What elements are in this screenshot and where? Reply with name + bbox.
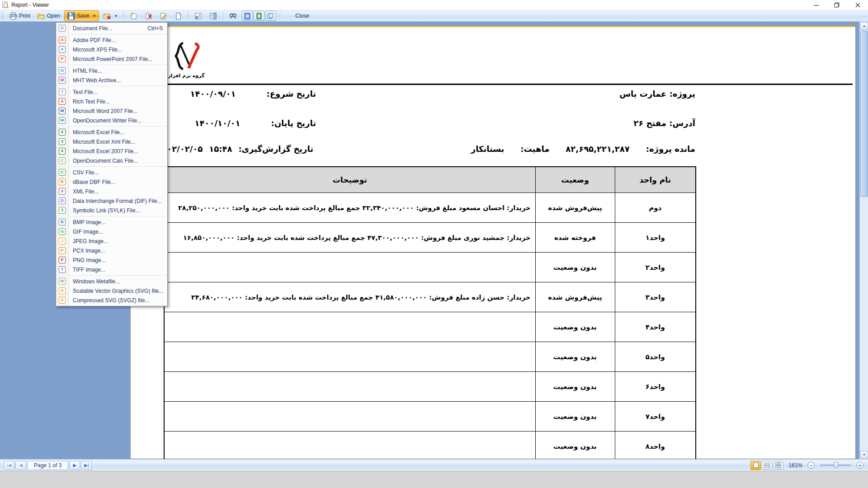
zoom-in-icon[interactable]: + xyxy=(856,462,863,469)
file-type-icon: A xyxy=(59,37,66,43)
menu-item-svgz-file[interactable]: S Compressed SVG (SVGZ) file... xyxy=(56,296,167,305)
menu-item-dbase-dbf-file[interactable]: B dBase DBF File... xyxy=(56,177,167,187)
menu-item-dif-file[interactable]: D Data Interchange Format (DIF) File... xyxy=(56,196,167,206)
multi-page-view-button[interactable] xyxy=(773,461,783,470)
prev-page-icon[interactable]: ◀ xyxy=(15,461,26,470)
file-type-icon: P xyxy=(59,257,66,263)
menu-item-gif-image[interactable]: G GIF Image... xyxy=(56,227,167,236)
file-type-icon: A xyxy=(59,98,66,105)
unit-name-cell: واحد۵ xyxy=(615,342,696,372)
status-cell: بدون وضعیت xyxy=(535,253,615,282)
menu-item-sylk-file[interactable]: S Symbolic Link (SYLK) File... xyxy=(56,206,167,215)
email-dropdown-arrow-icon[interactable]: ▼ xyxy=(113,14,118,18)
status-cell: بدون وضعیت xyxy=(535,312,615,342)
description-cell: خریدار: احسان مسعود مبلغ فروش: ۳۲,۳۴۰,۰۰… xyxy=(164,193,535,223)
table-row: واحد۳ پیش‌فروش شده خریدار: حسن زاده مبلغ… xyxy=(164,282,696,312)
file-type-icon: W xyxy=(59,117,66,124)
header-row-3: مانده پروژه: ۸۲,۶۹۵,۲۲۱,۲۸۷ ماهیت: بستان… xyxy=(164,144,695,159)
scroll-down-icon[interactable]: ▼ xyxy=(860,451,868,459)
minimize-icon[interactable] xyxy=(806,0,826,10)
unit-name-cell: واحد۴ xyxy=(615,312,696,342)
menu-item-microsoft-excel-xml-file[interactable]: X Microsoft Excel Xml File... xyxy=(56,137,167,146)
menu-item-microsoft-word-2007-file[interactable]: W Microsoft Word 2007 File... xyxy=(56,106,167,116)
menu-item-jpeg-image[interactable]: J JPEG Image... xyxy=(56,236,167,246)
page-setup-icon xyxy=(175,12,182,20)
toolbar-separator xyxy=(280,11,280,20)
menu-item-microsoft-xps-file[interactable]: X Microsoft XPS File... xyxy=(56,45,167,54)
menu-item-text-file[interactable]: T Text File... xyxy=(56,87,167,97)
file-type-icon: S xyxy=(59,287,66,294)
file-type-icon: B xyxy=(59,178,66,185)
vertical-scrollbar[interactable]: ▲ ▼ xyxy=(859,22,868,459)
menu-item-svg-file[interactable]: S Scalable Vector Graphics (SVG) file... xyxy=(56,286,167,296)
menu-item-csv-file[interactable]: C CSV File... xyxy=(56,168,167,177)
table-row: واحد۸ بدون وضعیت xyxy=(164,432,696,460)
edit-page-button[interactable] xyxy=(156,10,170,21)
find-icon xyxy=(229,12,237,20)
menu-item-microsoft-excel-2007-file[interactable]: X Microsoft Excel 2007 File... xyxy=(56,146,167,156)
menu-item-microsoft-powerpoint-2007-file[interactable]: P Microsoft PowerPoint 2007 File... xyxy=(56,54,167,64)
description-cell xyxy=(164,312,535,342)
last-page-icon[interactable]: ▶| xyxy=(81,461,92,470)
next-page-icon[interactable]: ▶ xyxy=(69,461,80,470)
print-button[interactable]: Print xyxy=(6,10,33,21)
zoom-out-icon[interactable]: − xyxy=(807,462,815,469)
zoom-slider-thumb[interactable] xyxy=(834,462,838,468)
menu-item-document-file[interactable]: D Document File... Ctrl+S xyxy=(56,23,167,33)
menu-item-pcx-image[interactable]: P PCX Image... xyxy=(56,246,167,255)
send-email-button[interactable]: ▼ xyxy=(100,10,121,21)
continuous-view-button[interactable] xyxy=(254,11,264,21)
unit-name-cell: دوم xyxy=(615,193,696,223)
file-type-icon: X xyxy=(59,188,66,195)
start-date-label: تاریخ شروع: xyxy=(267,89,316,99)
file-type-icon: D xyxy=(59,197,66,204)
file-type-icon: S xyxy=(59,207,66,214)
delete-page-button[interactable] xyxy=(142,10,156,21)
menu-item-adobe-pdf-file[interactable]: A Adobe PDF File... xyxy=(56,35,167,45)
menu-item-windows-metafile[interactable]: W Windows Metafile... xyxy=(56,277,167,286)
menu-item-bmp-image[interactable]: B BMP Image... xyxy=(56,217,167,227)
open-button[interactable]: Open xyxy=(34,10,63,21)
page-setup-button[interactable] xyxy=(171,10,185,21)
new-page-button[interactable] xyxy=(127,10,141,21)
menu-item-html-file[interactable]: H HTML File... xyxy=(56,66,167,75)
single-page-view-button[interactable] xyxy=(750,461,761,470)
balance-field: مانده پروژه: ۸۲,۶۹۵,۲۲۱,۲۸۷ ماهیت: بستان… xyxy=(471,144,695,154)
table-row: واحد۵ بدون وضعیت xyxy=(164,342,696,372)
close-icon[interactable] xyxy=(847,0,868,10)
menu-item-opendocument-writer-file[interactable]: W OpenDocument Writer File... xyxy=(56,116,167,125)
toolbar: Print Open Save ▼ ▼ xyxy=(0,10,868,22)
menu-item-opendocument-calc-file[interactable]: C OpenDocument Calc File... xyxy=(56,156,167,165)
nature-label: ماهیت: xyxy=(520,144,549,154)
save-dropdown-arrow-icon[interactable]: ▼ xyxy=(91,14,96,18)
menu-item-xml-file[interactable]: X XML File... xyxy=(56,187,167,196)
thumbnails-button[interactable] xyxy=(191,10,205,21)
restore-icon[interactable] xyxy=(826,0,847,10)
file-type-icon: X xyxy=(59,46,66,53)
save-button[interactable]: Save ▼ xyxy=(64,10,99,21)
open-label: Open xyxy=(47,13,60,19)
scrollbar-thumb[interactable] xyxy=(860,31,868,197)
menu-item-tiff-image[interactable]: T TIFF Image... xyxy=(56,265,167,274)
close-viewer-label: Close xyxy=(295,13,309,19)
find-button[interactable] xyxy=(226,10,240,21)
fit-width-view-button[interactable] xyxy=(762,461,772,470)
menu-item-rich-text-file[interactable]: A Rich Text File... xyxy=(56,97,167,106)
toolbar-grip xyxy=(2,12,4,20)
page-view-button[interactable] xyxy=(242,11,253,21)
description-cell xyxy=(164,372,535,402)
print-label: Print xyxy=(19,13,30,19)
bookmarks-button[interactable] xyxy=(206,10,220,21)
scroll-up-icon[interactable]: ▲ xyxy=(860,22,868,30)
menu-item-mht-web-archive[interactable]: M MHT Web Archive... xyxy=(56,75,167,85)
thumbnails-icon xyxy=(194,12,202,20)
unit-name-cell: واحد۲ xyxy=(615,253,696,282)
zoom-slider[interactable] xyxy=(820,465,851,466)
first-page-icon[interactable]: |◀ xyxy=(4,461,14,470)
close-viewer-button[interactable]: Close xyxy=(289,10,315,21)
menu-separator xyxy=(70,216,166,216)
facing-view-button[interactable] xyxy=(265,11,276,21)
menu-item-microsoft-excel-file[interactable]: X Microsoft Excel File... xyxy=(56,127,167,137)
file-type-icon: X xyxy=(59,138,66,145)
menu-item-png-image[interactable]: P PNG Image... xyxy=(56,255,167,265)
